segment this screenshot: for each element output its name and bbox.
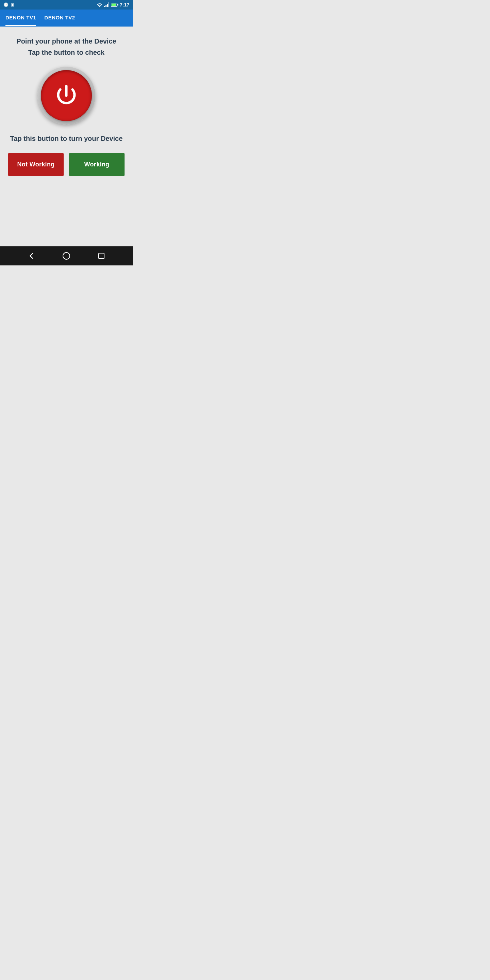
instruction-action: Tap this button to turn your Device — [10, 135, 123, 143]
signal-icon — [104, 2, 110, 7]
alarm-icon: 🕐 — [3, 2, 8, 7]
power-button-inner — [41, 70, 92, 121]
status-bar-left-icons: 🕐 ▣ — [3, 2, 14, 7]
recent-apps-button[interactable] — [95, 249, 108, 263]
not-working-button[interactable]: Not Working — [8, 153, 64, 176]
back-icon — [27, 252, 35, 260]
svg-rect-6 — [118, 4, 118, 6]
wifi-icon — [97, 2, 103, 7]
main-content: Point your phone at the Device Tap the b… — [0, 27, 133, 215]
nav-bar — [0, 247, 133, 266]
home-circle-icon — [62, 252, 70, 260]
working-button[interactable]: Working — [69, 153, 124, 176]
app-bar: DENON TV1 DENON TV2 — [0, 10, 133, 27]
tab-denon-tv1[interactable]: DENON TV1 — [5, 10, 36, 26]
svg-rect-1 — [105, 5, 107, 7]
status-bar: 🕐 ▣ 7:17 — [0, 0, 133, 10]
svg-rect-3 — [108, 2, 109, 7]
power-button[interactable] — [37, 67, 95, 124]
svg-point-8 — [63, 253, 70, 259]
instruction-line2: Tap the button to check — [28, 49, 105, 56]
sd-card-icon: ▣ — [11, 2, 14, 7]
status-bar-right-icons: 7:17 — [97, 2, 129, 8]
status-time: 7:17 — [120, 2, 129, 8]
battery-icon — [111, 2, 118, 7]
instruction-line1: Point your phone at the Device — [16, 37, 116, 45]
status-buttons-row: Not Working Working — [7, 153, 126, 176]
svg-rect-0 — [104, 6, 105, 7]
back-button[interactable] — [24, 249, 38, 263]
recent-apps-icon — [98, 252, 105, 259]
svg-rect-2 — [107, 4, 108, 7]
home-button[interactable] — [60, 249, 73, 263]
power-icon — [53, 82, 80, 109]
tab-denon-tv2[interactable]: DENON TV2 — [44, 10, 75, 26]
svg-rect-9 — [99, 253, 104, 259]
svg-rect-5 — [111, 4, 116, 6]
